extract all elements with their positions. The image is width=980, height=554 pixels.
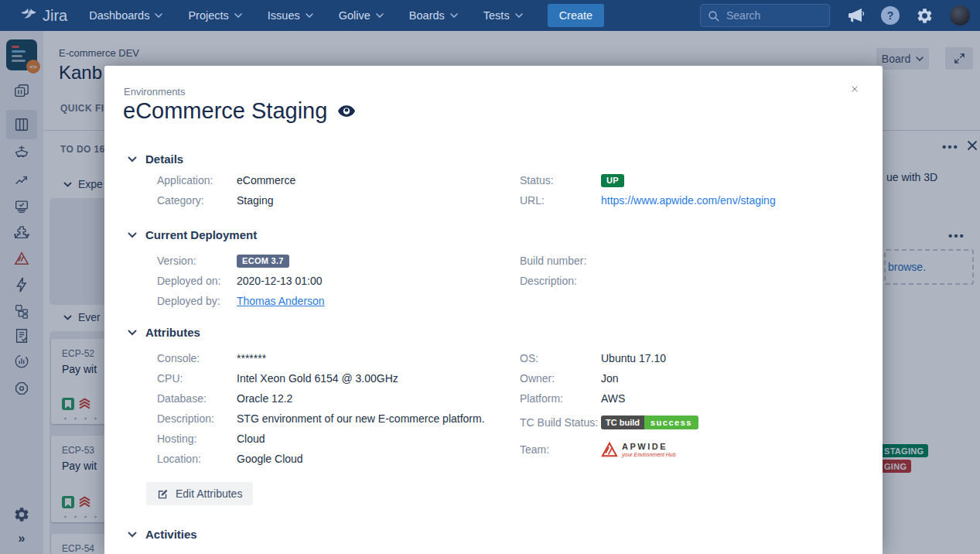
search-icon xyxy=(708,10,719,22)
field-row-url: URL: https://www.apwide.com/env/staging xyxy=(520,190,872,210)
user-avatar[interactable] xyxy=(950,5,970,26)
environment-details-dialog: Environments eCommerce Staging Details A… xyxy=(104,66,883,554)
field-row-console: Console: ******* xyxy=(157,348,505,368)
environment-url-link[interactable]: https://www.apwide.com/env/staging xyxy=(601,194,776,207)
status-up-badge: UP xyxy=(601,174,624,187)
field-label: Console: xyxy=(157,352,237,364)
section-deployment-toggle[interactable]: Current Deployment xyxy=(128,228,257,241)
nav-item-label: Tests xyxy=(483,9,510,22)
section-attributes-toggle[interactable]: Attributes xyxy=(128,326,200,339)
field-label: TC Build Status: xyxy=(520,416,601,429)
field-row-tc-build-status: TC Build Status: TC build success xyxy=(520,409,872,436)
field-row-category: Category: Staging xyxy=(157,190,505,210)
chevron-down-icon xyxy=(515,13,523,18)
create-button[interactable]: Create xyxy=(548,4,605,27)
search-box[interactable] xyxy=(700,4,830,27)
attributes-fields-left: Console: ******* CPU: Intel Xeon Gold 61… xyxy=(157,348,505,469)
field-label: Database: xyxy=(157,392,237,405)
apwide-triangle-icon xyxy=(601,442,618,457)
field-label: Team: xyxy=(520,443,601,456)
watch-eye-icon[interactable] xyxy=(338,105,355,117)
field-label: Category: xyxy=(157,194,237,207)
section-heading: Activities xyxy=(145,528,197,541)
field-value: Cloud xyxy=(237,433,265,445)
field-row-deployed-on: Deployed on: 2020-12-13 01:00 xyxy=(157,271,505,291)
section-heading: Attributes xyxy=(145,326,200,339)
nav-item-dashboards[interactable]: Dashboards xyxy=(89,9,162,22)
deployed-by-link[interactable]: Thomas Anderson xyxy=(237,295,325,307)
details-fields-left: Application: eCommerce Category: Staging xyxy=(157,170,505,210)
field-label: Description: xyxy=(520,275,601,287)
field-value: 2020-12-13 01:00 xyxy=(237,275,323,287)
field-label: OS: xyxy=(520,352,601,364)
field-row-database: Database: Oracle 12.2 xyxy=(157,388,505,409)
field-value: Jon xyxy=(601,372,619,385)
field-label: Deployed on: xyxy=(157,275,237,287)
section-heading: Current Deployment xyxy=(145,228,257,241)
field-label: Owner: xyxy=(520,372,601,385)
field-row-description-attr: Description: STG environment of our new … xyxy=(157,409,505,429)
attributes-fields-right: OS: Ubuntu 17.10 Owner: Jon Platform: AW… xyxy=(520,348,872,463)
section-activities-toggle[interactable]: Activities xyxy=(128,528,197,541)
close-icon[interactable] xyxy=(847,81,862,97)
dialog-kicker: Environments xyxy=(124,86,185,97)
jira-brand-text: Jira xyxy=(43,7,67,25)
field-label: Version: xyxy=(157,255,237,267)
field-label: Platform: xyxy=(520,392,601,405)
field-row-version: Version: ECOM 3.7 xyxy=(157,251,505,271)
chevron-down-icon xyxy=(128,232,137,238)
teamcity-build-badge: TC build success xyxy=(601,416,698,429)
apwide-logo-text: APWIDE your Environment Hub xyxy=(622,443,676,457)
field-value: Ubuntu 17.10 xyxy=(601,352,666,364)
field-value: Google Cloud xyxy=(237,453,303,465)
field-value: AWS xyxy=(601,392,625,405)
chevron-down-icon xyxy=(128,330,137,336)
details-fields-right: Status: UP URL: https://www.apwide.com/e… xyxy=(520,170,872,210)
section-details-toggle[interactable]: Details xyxy=(128,152,183,166)
environment-title: eCommerce Staging xyxy=(123,98,327,124)
screen: Jira Dashboards Projects Issues Golive B… xyxy=(0,0,980,554)
nav-item-label: Golive xyxy=(339,9,370,22)
apwide-logo-tagline: your Environment Hub xyxy=(622,452,676,457)
jira-logo[interactable]: Jira xyxy=(20,7,67,25)
field-label: Description: xyxy=(157,412,237,425)
field-value: STG environment of our new E-commerce pl… xyxy=(237,412,485,425)
nav-item-label: Projects xyxy=(188,9,228,22)
nav-item-tests[interactable]: Tests xyxy=(483,9,523,22)
nav-item-boards[interactable]: Boards xyxy=(409,9,458,22)
nav-item-golive[interactable]: Golive xyxy=(339,9,384,22)
search-input[interactable] xyxy=(725,9,818,22)
gear-icon[interactable] xyxy=(916,7,934,25)
field-label: Location: xyxy=(157,453,237,465)
edit-pencil-icon xyxy=(157,488,169,500)
field-label: CPU: xyxy=(157,372,237,385)
nav-item-issues[interactable]: Issues xyxy=(268,9,313,22)
field-row-deployed-by: Deployed by: Thomas Anderson xyxy=(157,291,505,311)
tc-badge-label: TC build xyxy=(601,416,644,429)
nav-right: ? xyxy=(700,4,970,27)
nav-item-projects[interactable]: Projects xyxy=(188,9,241,22)
field-label: Build number: xyxy=(520,255,601,267)
field-label: Application: xyxy=(157,174,237,186)
field-row-os: OS: Ubuntu 17.10 xyxy=(520,348,872,368)
field-row-platform: Platform: AWS xyxy=(520,388,872,409)
field-row-status: Status: UP xyxy=(520,170,872,190)
field-value: Staging xyxy=(237,194,273,207)
section-heading: Details xyxy=(145,152,183,166)
nav-item-label: Boards xyxy=(409,9,445,22)
edit-attributes-button[interactable]: Edit Attributes xyxy=(146,482,253,505)
nav-item-label: Dashboards xyxy=(89,9,149,22)
apwide-team-logo: APWIDE your Environment Hub xyxy=(601,442,676,457)
deployment-fields-left: Version: ECOM 3.7 Deployed on: 2020-12-1… xyxy=(157,251,505,311)
dialog-title-row: eCommerce Staging xyxy=(123,98,355,124)
field-value: Oracle 12.2 xyxy=(237,392,292,405)
help-icon[interactable]: ? xyxy=(881,6,900,25)
deployment-fields-right: Build number: Description: xyxy=(520,251,872,291)
nav-item-label: Issues xyxy=(268,9,300,22)
megaphone-icon[interactable] xyxy=(846,7,865,24)
field-value: Intel Xeon Gold 6154 @ 3.00GHz xyxy=(237,372,398,385)
top-nav: Jira Dashboards Projects Issues Golive B… xyxy=(0,0,980,31)
field-row-cpu: CPU: Intel Xeon Gold 6154 @ 3.00GHz xyxy=(157,368,505,388)
field-value: eCommerce xyxy=(237,174,295,186)
field-row-team: Team: APWIDE your Environment Hub xyxy=(520,436,872,463)
